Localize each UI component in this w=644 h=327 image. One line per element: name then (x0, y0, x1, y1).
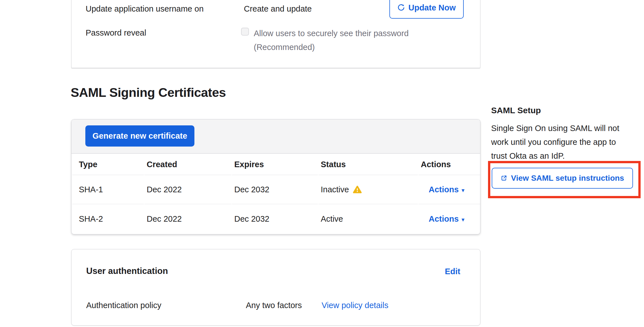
password-reveal-description: Allow users to securely see their passwo… (254, 27, 409, 54)
password-reveal-label: Password reveal (86, 28, 146, 38)
actions-menu-cell: Actions▾ (419, 175, 480, 204)
page-title: SAML Signing Certificates (71, 85, 226, 100)
column-header-actions: Actions (419, 154, 480, 175)
view-saml-setup-instructions-button[interactable]: View SAML setup instructions (492, 168, 633, 189)
column-header-type: Type (72, 154, 144, 175)
update-now-label: Update Now (408, 3, 456, 12)
column-header-created: Created (144, 154, 231, 175)
cert-created: Dec 2022 (144, 204, 231, 234)
sidebar-description: Single Sign On using SAML will not work … (491, 121, 638, 163)
table-row: SHA-2 Dec 2022 Dec 2032 Active Actions▾ (72, 204, 480, 234)
actions-menu-cell: Actions▾ (419, 204, 480, 234)
actions-menu-button[interactable]: Actions▾ (429, 185, 465, 194)
caret-down-icon: ▾ (461, 187, 465, 194)
update-username-value: Create and update (244, 4, 312, 14)
cert-type: SHA-1 (72, 175, 144, 204)
edit-link[interactable]: Edit (445, 266, 460, 276)
view-policy-details-link[interactable]: View policy details (322, 300, 388, 310)
app-settings-card: Update application username on Create an… (71, 0, 480, 68)
column-header-status: Status (318, 154, 418, 175)
certificates-toolbar: Generate new certificate (71, 119, 480, 154)
auth-policy-value: Any two factors (246, 300, 302, 310)
cert-expires: Dec 2032 (232, 204, 318, 234)
column-header-expires: Expires (232, 154, 318, 175)
actions-label: Actions (429, 214, 459, 223)
generate-certificate-button[interactable]: Generate new certificate (85, 125, 194, 147)
password-reveal-checkbox[interactable] (241, 28, 249, 36)
saml-certificates-card: Generate new certificate Type Created Ex… (71, 119, 480, 234)
cert-type: SHA-2 (72, 204, 144, 234)
user-authentication-card: User authentication Edit Authentication … (71, 249, 480, 326)
update-now-button[interactable]: Update Now (389, 0, 464, 19)
status-text: Active (321, 214, 343, 223)
refresh-icon (397, 4, 405, 12)
external-link-icon (500, 175, 507, 182)
cert-created: Dec 2022 (144, 175, 231, 204)
actions-menu-button[interactable]: Actions▾ (429, 214, 465, 223)
certificates-table: Type Created Expires Status Actions SHA-… (71, 154, 481, 234)
actions-label: Actions (429, 185, 459, 194)
warning-icon (353, 186, 362, 193)
auth-policy-label: Authentication policy (86, 300, 161, 310)
saml-settings-page: Update application username on Create an… (0, 0, 644, 327)
cert-expires: Dec 2032 (232, 175, 318, 204)
update-username-label: Update application username on (86, 4, 204, 14)
status-text: Inactive (321, 185, 349, 194)
table-row: SHA-1 Dec 2022 Dec 2032 Inactive (72, 175, 480, 204)
card-title: User authentication (86, 266, 168, 276)
table-header-row: Type Created Expires Status Actions (72, 154, 480, 175)
caret-down-icon: ▾ (461, 216, 465, 223)
cert-status-cell: Active (318, 204, 418, 234)
cert-status-cell: Inactive (318, 175, 418, 204)
cta-label: View SAML setup instructions (511, 174, 624, 183)
sidebar-heading: SAML Setup (491, 105, 541, 116)
